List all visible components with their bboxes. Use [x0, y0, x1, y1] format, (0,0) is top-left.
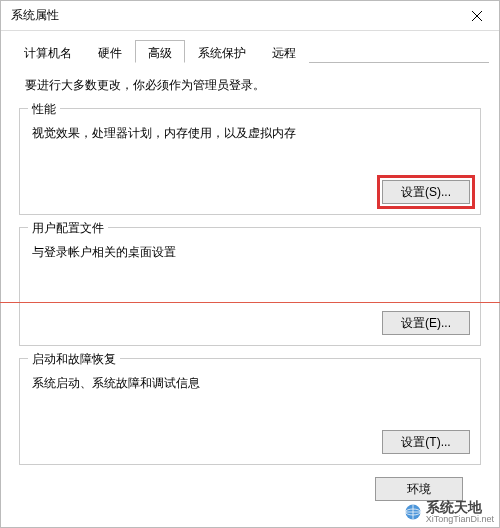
content-area: 计算机名 硬件 高级 系统保护 远程 要进行大多数更改，你必须作为管理员登录。 … — [1, 31, 499, 527]
group-startup-recovery: 启动和故障恢复 系统启动、系统故障和调试信息 设置(T)... — [19, 358, 481, 465]
watermark-url: XiTongTianDi.net — [426, 514, 494, 524]
group-user-profile: 用户配置文件 与登录帐户相关的桌面设置 设置(E)... — [19, 227, 481, 346]
tab-remote[interactable]: 远程 — [259, 40, 309, 63]
watermark: 系统天地 XiTongTianDi.net — [404, 500, 494, 524]
user-profile-settings-button[interactable]: 设置(E)... — [382, 311, 470, 335]
group-user-profile-desc: 与登录帐户相关的桌面设置 — [32, 244, 468, 261]
tab-system-protection[interactable]: 系统保护 — [185, 40, 259, 63]
globe-icon — [404, 503, 422, 521]
admin-note: 要进行大多数更改，你必须作为管理员登录。 — [25, 77, 481, 94]
tab-strip: 计算机名 硬件 高级 系统保护 远程 — [11, 39, 489, 63]
group-startup-recovery-desc: 系统启动、系统故障和调试信息 — [32, 375, 468, 392]
group-performance-desc: 视觉效果，处理器计划，内存使用，以及虚拟内存 — [32, 125, 468, 142]
group-user-profile-button-row: 设置(E)... — [30, 311, 470, 335]
performance-settings-button[interactable]: 设置(S)... — [382, 180, 470, 204]
group-startup-recovery-button-row: 设置(T)... — [30, 430, 470, 454]
tab-hardware[interactable]: 硬件 — [85, 40, 135, 63]
window-title: 系统属性 — [11, 7, 59, 24]
tab-advanced[interactable]: 高级 — [135, 40, 185, 63]
watermark-text-block: 系统天地 XiTongTianDi.net — [426, 500, 494, 524]
system-properties-dialog: 系统属性 计算机名 硬件 高级 系统保护 远程 要进行大多数更改，你必须作为管理… — [0, 0, 500, 528]
titlebar: 系统属性 — [1, 1, 499, 31]
group-user-profile-title: 用户配置文件 — [28, 220, 108, 237]
close-icon — [472, 11, 482, 21]
watermark-text: 系统天地 — [426, 500, 494, 514]
group-performance-button-row: 设置(S)... — [30, 180, 470, 204]
tab-advanced-panel: 要进行大多数更改，你必须作为管理员登录。 性能 视觉效果，处理器计划，内存使用，… — [11, 63, 489, 527]
close-button[interactable] — [454, 1, 499, 31]
tab-computer-name[interactable]: 计算机名 — [11, 40, 85, 63]
startup-recovery-settings-button[interactable]: 设置(T)... — [382, 430, 470, 454]
footer-row: 环境 — [19, 477, 481, 501]
group-performance: 性能 视觉效果，处理器计划，内存使用，以及虚拟内存 设置(S)... — [19, 108, 481, 215]
environment-variables-button[interactable]: 环境 — [375, 477, 463, 501]
group-performance-title: 性能 — [28, 101, 60, 118]
group-startup-recovery-title: 启动和故障恢复 — [28, 351, 120, 368]
